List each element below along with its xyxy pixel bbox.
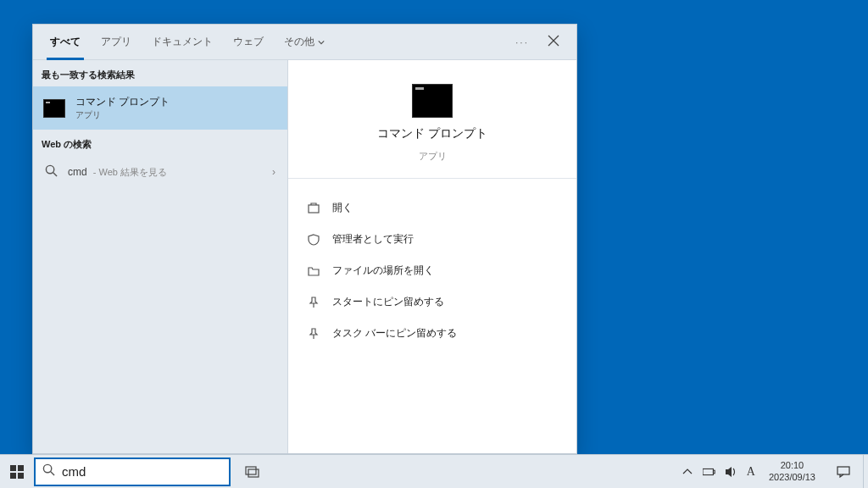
desktop: すべて アプリ ドキュメント ウェブ その他 ··· 最も一致する検索結果 コマ… — [0, 0, 868, 488]
show-desktop-button[interactable] — [863, 455, 868, 489]
svg-rect-18 — [837, 467, 849, 474]
results-column: 最も一致する検索結果 コマンド プロンプト アプリ Web の検索 cmd - … — [33, 60, 287, 453]
clock[interactable]: 20:10 2023/09/13 — [764, 460, 821, 482]
action-pin-to-taskbar[interactable]: タスク バーにピン留めする — [288, 318, 576, 349]
action-pin-to-taskbar-label: タスク バーにピン留めする — [332, 326, 457, 341]
svg-rect-10 — [18, 473, 24, 479]
folder-icon — [307, 265, 320, 277]
chevron-down-icon — [318, 36, 325, 48]
tab-apps[interactable]: アプリ — [91, 25, 142, 59]
action-pin-to-start-label: スタートにピン留めする — [332, 295, 444, 309]
svg-rect-15 — [703, 469, 713, 474]
more-options-button[interactable]: ··· — [507, 36, 537, 48]
tab-web[interactable]: ウェブ — [223, 25, 274, 59]
tray-overflow-button[interactable] — [681, 466, 694, 478]
search-icon — [42, 463, 55, 480]
tab-all[interactable]: すべて — [40, 25, 91, 59]
search-panel: すべて アプリ ドキュメント ウェブ その他 ··· 最も一致する検索結果 コマ… — [32, 24, 577, 454]
cmd-icon — [43, 99, 65, 118]
tab-other-label: その他 — [284, 35, 314, 49]
action-open-label: 開く — [332, 201, 353, 215]
search-tabs: すべて アプリ ドキュメント ウェブ その他 ··· — [33, 25, 576, 60]
web-search-hint: - Web 結果を見る — [91, 167, 167, 177]
taskbar-search-box[interactable] — [34, 458, 231, 486]
action-center-button[interactable] — [829, 466, 858, 478]
svg-rect-7 — [10, 465, 16, 471]
svg-rect-14 — [248, 469, 259, 477]
task-view-button[interactable] — [236, 455, 270, 489]
svg-marker-17 — [726, 467, 732, 477]
search-input[interactable] — [62, 464, 223, 479]
svg-point-11 — [43, 464, 51, 472]
action-list: 開く 管理者として実行 ファイルの場所を開く スタートにピン留めする — [288, 187, 576, 354]
shield-icon — [307, 234, 320, 246]
taskbar: A 20:10 2023/09/13 — [0, 454, 868, 488]
start-button[interactable] — [0, 455, 34, 489]
task-view-icon — [245, 466, 260, 478]
volume-icon[interactable] — [725, 466, 738, 478]
search-icon — [45, 164, 58, 180]
svg-line-12 — [51, 472, 54, 475]
action-open-file-location-label: ファイルの場所を開く — [332, 263, 434, 278]
action-run-as-admin[interactable]: 管理者として実行 — [288, 224, 576, 255]
preview-title: コマンド プロンプト — [377, 126, 487, 141]
action-open-file-location[interactable]: ファイルの場所を開く — [288, 255, 576, 286]
chevron-right-icon: › — [272, 166, 275, 178]
divider — [288, 178, 576, 179]
tab-other[interactable]: その他 — [274, 25, 335, 59]
web-search-item[interactable]: cmd - Web 結果を見る › — [33, 156, 287, 188]
clock-date: 2023/09/13 — [769, 472, 815, 483]
svg-point-2 — [46, 165, 53, 173]
preview-column: コマンド プロンプト アプリ 開く 管理者として実行 ファイルの場 — [287, 60, 576, 453]
best-match-title: コマンド プロンプト — [75, 95, 170, 109]
svg-line-3 — [53, 173, 57, 176]
notification-icon — [837, 466, 850, 478]
preview-subtitle: アプリ — [419, 150, 447, 163]
clock-time: 20:10 — [781, 460, 804, 471]
close-icon — [548, 35, 559, 47]
svg-rect-4 — [309, 205, 319, 213]
close-button[interactable] — [537, 35, 570, 49]
web-search-term: cmd — [68, 166, 87, 178]
svg-rect-16 — [713, 470, 715, 474]
windows-icon — [10, 465, 24, 479]
pin-icon — [307, 297, 320, 308]
action-open[interactable]: 開く — [288, 192, 576, 224]
best-match-result[interactable]: コマンド プロンプト アプリ — [33, 86, 287, 130]
web-search-header: Web の検索 — [33, 130, 287, 156]
best-match-subtitle: アプリ — [75, 109, 170, 121]
action-pin-to-start[interactable]: スタートにピン留めする — [288, 286, 576, 318]
open-icon — [307, 202, 320, 214]
best-match-text: コマンド プロンプト アプリ — [75, 95, 170, 121]
pin-icon — [307, 328, 320, 340]
svg-rect-9 — [10, 473, 16, 479]
chevron-up-icon — [681, 466, 694, 478]
search-panel-body: 最も一致する検索結果 コマンド プロンプト アプリ Web の検索 cmd - … — [33, 60, 576, 453]
svg-rect-8 — [18, 465, 24, 471]
preview-header: コマンド プロンプト アプリ — [288, 60, 576, 178]
battery-icon[interactable] — [703, 466, 716, 478]
cmd-icon — [412, 84, 453, 118]
system-tray: A 20:10 2023/09/13 — [676, 460, 863, 482]
tab-documents[interactable]: ドキュメント — [142, 25, 223, 59]
action-run-as-admin-label: 管理者として実行 — [332, 232, 414, 247]
ime-indicator[interactable]: A — [747, 465, 755, 479]
svg-rect-13 — [246, 467, 256, 474]
best-match-header: 最も一致する検索結果 — [33, 60, 287, 86]
